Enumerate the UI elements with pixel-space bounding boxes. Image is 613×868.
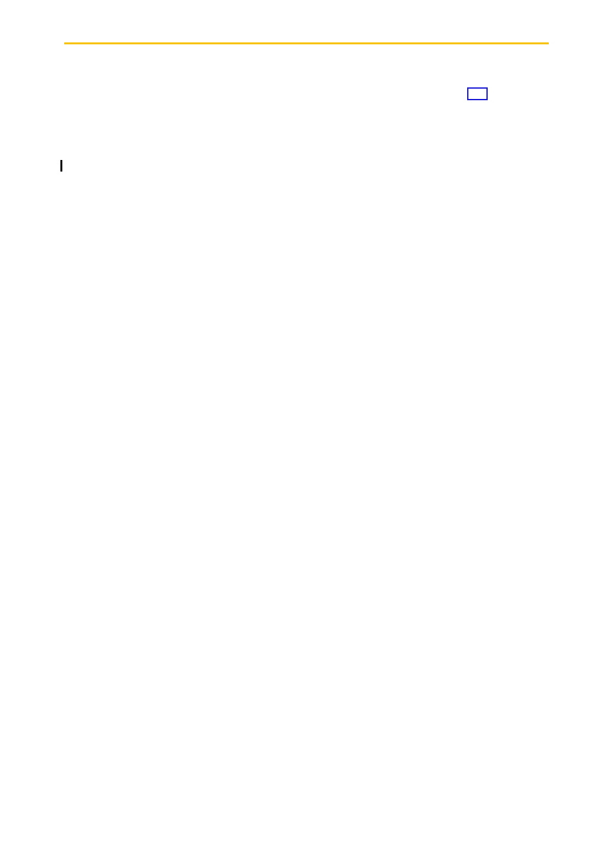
divider-yellow — [64, 42, 549, 44]
revision-callout — [467, 87, 488, 100]
revision-bar — [60, 160, 62, 172]
